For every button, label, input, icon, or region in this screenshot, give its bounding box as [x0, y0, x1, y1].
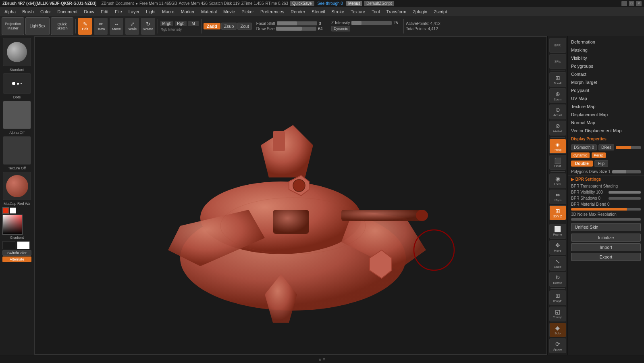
panel-vector-displacement-map[interactable]: Vector Displacement Map: [568, 127, 644, 135]
menu-material[interactable]: Material: [198, 8, 220, 15]
dots-preview[interactable]: [3, 73, 31, 94]
switch-color-btn[interactable]: SwitchColor: [2, 250, 31, 256]
spix-btn[interactable]: SPix: [549, 54, 566, 69]
panel-texture-map[interactable]: Texture Map: [568, 102, 644, 111]
matcap-preview[interactable]: [3, 172, 31, 200]
texture-preview[interactable]: [3, 136, 31, 165]
see-through-btn[interactable]: See-through 0: [318, 1, 343, 6]
color-swatch-black[interactable]: [2, 241, 15, 249]
scale-btn[interactable]: ⤢ Scale: [125, 17, 139, 35]
menu-preferences[interactable]: Preferences: [258, 8, 287, 15]
menu-edit[interactable]: Edit: [98, 8, 111, 15]
scale-side-btn[interactable]: ⤡ Scale: [549, 256, 566, 271]
mrgb-btn[interactable]: Mrgb: [160, 21, 174, 27]
zcut-btn[interactable]: Zcut: [237, 23, 251, 30]
menu-zplugin[interactable]: Zplugin: [410, 8, 430, 15]
menu-color[interactable]: Color: [37, 8, 54, 15]
bpr-btn[interactable]: BPR: [549, 38, 566, 53]
actual-btn[interactable]: ⊙ Actual: [549, 104, 566, 119]
menu-movie[interactable]: Movie: [220, 8, 238, 15]
panel-morph-target[interactable]: Morph Target: [568, 78, 644, 86]
poly-draw-slider[interactable]: [612, 170, 641, 173]
menu-macro[interactable]: Macro: [159, 8, 177, 15]
panel-uv-map[interactable]: UV Map: [568, 94, 644, 102]
dynamic-btn[interactable]: Dynamic: [331, 26, 350, 31]
move-btn[interactable]: ↔ Move: [109, 17, 124, 35]
draw-size-slider[interactable]: [276, 27, 316, 31]
default-script-btn[interactable]: DefaultZScript: [364, 1, 394, 6]
draw-btn[interactable]: ✏ Draw: [93, 17, 108, 35]
panel-visibility[interactable]: Visibility: [568, 54, 644, 62]
unified-skin-btn[interactable]: Unified Skin: [571, 223, 641, 231]
menu-stroke[interactable]: Stroke: [328, 8, 347, 15]
aahalf-btn[interactable]: ⊘ AAHalf: [549, 121, 566, 136]
lightbox-btn[interactable]: LightBox: [25, 17, 50, 35]
dres-slider[interactable]: [616, 146, 641, 149]
alternate-btn[interactable]: Alternate: [2, 257, 31, 262]
quick-sketch-btn[interactable]: QuickSketch: [51, 17, 73, 35]
m-btn[interactable]: M: [188, 21, 199, 27]
menu-file[interactable]: File: [112, 8, 125, 15]
foreground-color[interactable]: [2, 207, 9, 214]
persp-btn[interactable]: ◈ Persp: [549, 139, 566, 154]
menu-zscript[interactable]: Zscript: [431, 8, 450, 15]
bpr-noise-slider[interactable]: [571, 218, 641, 221]
projection-master-btn[interactable]: ProjectionMaster: [2, 17, 24, 35]
zoom-btn[interactable]: ⊕ Zoom: [549, 88, 566, 103]
sxyz-btn[interactable]: ⊞ SXY Z: [549, 205, 566, 220]
focal-shift-slider[interactable]: [277, 21, 317, 25]
menu-picker[interactable]: Picker: [239, 8, 257, 15]
solo-btn[interactable]: ◆ Solo: [549, 323, 566, 338]
floor-btn[interactable]: ⬛ Floor: [549, 155, 566, 170]
panel-polygroups[interactable]: Polygroups: [568, 62, 644, 70]
menu-render[interactable]: Render: [288, 8, 308, 15]
frame-btn[interactable]: ⬜ Frame: [549, 224, 566, 239]
alpha-preview[interactable]: [3, 101, 31, 129]
rgb-btn[interactable]: Rgb: [175, 21, 187, 27]
apose-btn[interactable]: ⟳ Apose: [549, 338, 566, 353]
export-btn[interactable]: Export: [571, 253, 641, 261]
panel-polypaint[interactable]: Polypaint: [568, 86, 644, 94]
menu-marker[interactable]: Marker: [178, 8, 197, 15]
menu-document[interactable]: Document: [54, 8, 80, 15]
bottom-arrows[interactable]: ▲▼: [318, 357, 326, 361]
dsmooth-btn[interactable]: DSmooth 0: [571, 144, 597, 150]
scroll-btn[interactable]: ⊞ Scroll: [549, 72, 566, 87]
minimize-btn[interactable]: _: [621, 1, 627, 6]
maximize-btn[interactable]: □: [629, 1, 634, 6]
lsym-btn[interactable]: ⇔ LSym: [549, 190, 566, 204]
bpr-visibility-slider[interactable]: [609, 191, 641, 194]
double-btn[interactable]: Double: [571, 161, 593, 167]
dynamic-persp-btn[interactable]: dynamic: [571, 152, 590, 158]
zsub-btn[interactable]: Zsub: [221, 23, 237, 30]
menu-light[interactable]: Light: [143, 8, 158, 15]
flip-btn[interactable]: Flip: [594, 160, 608, 167]
ipolyf-btn[interactable]: ⊞ IPolyF: [549, 290, 566, 305]
import-btn[interactable]: Import: [571, 243, 641, 251]
quicksave-btn[interactable]: QuickSave: [290, 1, 314, 6]
initialize-btn[interactable]: Initialize: [571, 234, 641, 242]
bpr-shadows-slider[interactable]: [609, 197, 641, 200]
menu-texture[interactable]: Texture: [348, 8, 368, 15]
dres-btn[interactable]: DRes: [598, 144, 614, 150]
move-side-btn[interactable]: ✥ Move: [549, 240, 566, 255]
menu-alpha[interactable]: Alpha: [2, 8, 19, 15]
menus-btn[interactable]: Menus: [346, 1, 362, 6]
persp-panel-btn[interactable]: Persp: [592, 152, 606, 158]
menu-stencil[interactable]: Stencil: [309, 8, 328, 15]
rotate-side-btn[interactable]: ↻ Rotate: [549, 272, 566, 287]
background-color[interactable]: [10, 207, 16, 214]
transp-btn[interactable]: ◱ Transp: [549, 307, 566, 321]
panel-deformation[interactable]: Deformation: [568, 38, 644, 46]
panel-masking[interactable]: Masking: [568, 46, 644, 54]
local-btn[interactable]: ◉ Local: [549, 173, 566, 188]
panel-normal-map[interactable]: Normal Map: [568, 119, 644, 127]
color-swatch-white[interactable]: [17, 241, 30, 249]
panel-displacement-map[interactable]: Displacement Map: [568, 111, 644, 119]
menu-transform[interactable]: Transform: [383, 8, 409, 15]
menu-tool[interactable]: Tool: [369, 8, 382, 15]
z-intensity-slider[interactable]: [351, 21, 392, 25]
close-btn[interactable]: ✕: [636, 1, 642, 6]
edit-btn[interactable]: ✎ Edit: [78, 17, 92, 35]
color-picker[interactable]: [2, 215, 23, 235]
